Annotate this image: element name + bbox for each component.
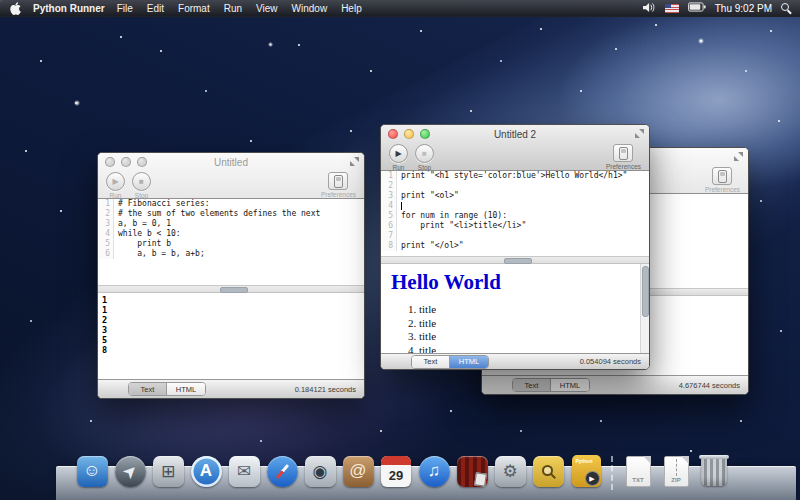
minimize-button[interactable] — [404, 129, 414, 139]
input-source-flag-icon[interactable] — [665, 4, 679, 13]
preferences-button[interactable]: Preferences — [606, 144, 641, 170]
file-search-icon[interactable] — [533, 456, 564, 487]
mission-control-icon[interactable]: ⊞ — [153, 456, 184, 487]
dock-item-launchpad[interactable]: ➤ — [112, 452, 148, 490]
system-preferences-icon[interactable]: ⚙ — [495, 456, 526, 487]
toolbar: ▶ Run ■ Stop Preferences — [98, 171, 364, 199]
itunes-icon[interactable]: ♫ — [419, 456, 450, 487]
code-line: 5for num in range (10): — [381, 211, 649, 221]
dock-item-trash[interactable] — [696, 452, 732, 490]
menu-edit[interactable]: Edit — [147, 3, 164, 14]
preferences-switch-icon[interactable] — [613, 144, 633, 162]
horizontal-scrollbar[interactable] — [381, 256, 649, 264]
line-number: 1 — [98, 199, 114, 209]
mail-glyph: ✉ — [237, 461, 251, 482]
dock-item-safari[interactable] — [264, 452, 300, 490]
elapsed-time: 4.676744 seconds — [679, 381, 740, 390]
python-runner-icon[interactable]: Python▶ — [572, 455, 601, 487]
stop-button[interactable]: ■ Stop — [415, 144, 434, 171]
zip-file-icon[interactable]: ZIP — [664, 456, 689, 487]
preferences-switch-icon[interactable] — [328, 172, 348, 190]
code-line: 1# Fibonacci series: — [98, 199, 364, 209]
play-icon[interactable]: ▶ — [389, 144, 408, 163]
apple-menu-icon[interactable] — [10, 2, 21, 15]
text-mode-button[interactable]: Text — [412, 356, 450, 368]
dock-item-photo-booth[interactable] — [454, 452, 490, 490]
html-output-pane[interactable]: Hello World titletitletitletitletitletit… — [381, 264, 649, 353]
fullscreen-icon[interactable] — [734, 152, 743, 161]
menu-view[interactable]: View — [256, 3, 278, 14]
html-mode-button[interactable]: HTML — [551, 379, 589, 391]
code-editor[interactable]: 1print "<h1 style='color:blue'>Hello Wor… — [381, 171, 649, 256]
dock-item-txt-file[interactable]: TXT — [620, 452, 656, 490]
stop-button[interactable]: ■ Stop — [132, 172, 151, 199]
dock-item-system-preferences[interactable]: ⚙ — [492, 452, 528, 490]
dock-item-address-book[interactable]: @ — [340, 452, 376, 490]
photo-booth-icon[interactable] — [457, 456, 488, 487]
zoom-button[interactable] — [137, 157, 147, 167]
dock-item-finder[interactable]: ☺ — [74, 452, 110, 490]
preferences-switch-icon[interactable] — [712, 167, 732, 185]
dock-item-mission-control[interactable]: ⊞ — [150, 452, 186, 490]
titlebar[interactable]: Untitled 2 — [381, 125, 649, 143]
bright-star — [698, 38, 704, 44]
zoom-button[interactable] — [420, 129, 430, 139]
active-app-name[interactable]: Python Runner — [33, 3, 105, 14]
text-mode-button[interactable]: Text — [513, 379, 551, 391]
preferences-button[interactable]: Preferences — [705, 167, 740, 193]
app-store-icon[interactable]: A — [191, 456, 222, 487]
fullscreen-icon[interactable] — [350, 157, 359, 166]
fullscreen-icon[interactable] — [635, 129, 644, 138]
menu-help[interactable]: Help — [341, 3, 362, 14]
play-icon[interactable]: ▶ — [106, 172, 125, 191]
address-book-icon[interactable]: @ — [343, 456, 374, 487]
txt-file-icon[interactable]: TXT — [626, 456, 651, 487]
line-number: 4 — [381, 201, 397, 211]
dock-item-zip-file[interactable]: ZIP — [658, 452, 694, 490]
bright-star — [268, 42, 273, 47]
dock-item-app-store[interactable]: A — [188, 452, 224, 490]
itunes-glyph: ♫ — [428, 461, 441, 481]
file-label: ZIP — [671, 477, 680, 483]
minimize-button[interactable] — [121, 157, 131, 167]
mail-icon[interactable]: ✉ — [229, 456, 260, 487]
text-mode-button[interactable]: Text — [129, 383, 167, 395]
calendar-icon[interactable]: 29 — [381, 456, 411, 487]
battery-icon[interactable] — [688, 2, 706, 14]
vertical-scrollbar[interactable] — [640, 264, 649, 353]
scrollbar-thumb[interactable] — [642, 266, 649, 317]
trash-icon[interactable] — [701, 457, 727, 486]
facetime-icon[interactable]: ◉ — [305, 456, 336, 487]
run-button[interactable]: ▶ Run — [106, 172, 125, 199]
close-button[interactable] — [388, 129, 398, 139]
stop-icon[interactable]: ■ — [415, 144, 434, 163]
titlebar[interactable]: Untitled — [98, 153, 364, 171]
launchpad-icon[interactable]: ➤ — [115, 456, 146, 487]
dock-item-itunes[interactable]: ♫ — [416, 452, 452, 490]
menu-run[interactable]: Run — [224, 3, 242, 14]
stop-icon[interactable]: ■ — [132, 172, 151, 191]
dock-item-mail[interactable]: ✉ — [226, 452, 262, 490]
elapsed-time: 0.054094 seconds — [580, 357, 641, 366]
run-button[interactable]: ▶ Run — [389, 144, 408, 171]
html-mode-button[interactable]: HTML — [450, 356, 488, 368]
menu-format[interactable]: Format — [178, 3, 210, 14]
horizontal-scrollbar[interactable] — [98, 285, 364, 293]
menu-bar-status: Thu 9:02 PM — [643, 2, 800, 15]
preferences-button[interactable]: Preferences — [321, 172, 356, 198]
dock-item-ical[interactable]: 29 — [378, 452, 414, 490]
close-button[interactable] — [105, 157, 115, 167]
dock-item-facetime[interactable]: ◉ — [302, 452, 338, 490]
html-mode-button[interactable]: HTML — [167, 383, 205, 395]
dock-item-python-runner[interactable]: Python▶ — [568, 452, 604, 490]
finder-icon[interactable]: ☺ — [77, 456, 108, 487]
menu-file[interactable]: File — [117, 3, 133, 14]
menu-bar-clock[interactable]: Thu 9:02 PM — [715, 3, 772, 14]
safari-icon[interactable] — [267, 456, 298, 487]
dock-item-file-search[interactable] — [530, 452, 566, 490]
volume-icon[interactable] — [643, 2, 656, 15]
output-pane[interactable]: 112358 — [98, 293, 364, 379]
spotlight-icon[interactable] — [781, 3, 792, 14]
menu-window[interactable]: Window — [292, 3, 328, 14]
code-editor[interactable]: 1# Fibonacci series:2# the sum of two el… — [98, 199, 364, 285]
